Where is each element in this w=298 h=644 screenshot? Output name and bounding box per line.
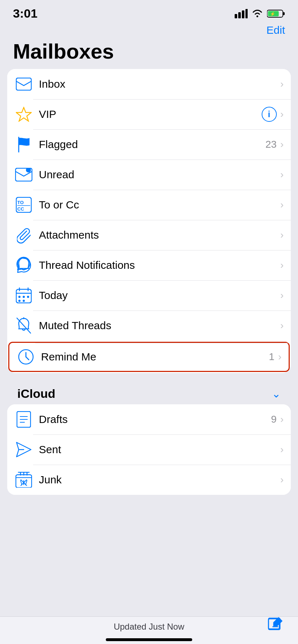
mailbox-list: Inbox › VIP i › Flagged 23 › (7, 69, 291, 373)
svg-text:TO: TO (17, 200, 24, 205)
muted-threads-icon (14, 316, 33, 335)
junk-chevron: › (280, 474, 284, 486)
sent-icon (14, 440, 33, 459)
signal-icon (235, 9, 248, 18)
flagged-badge: 23 (266, 139, 277, 150)
drafts-badge: 9 (271, 414, 277, 425)
vip-label: VIP (39, 108, 262, 120)
attachments-chevron: › (280, 229, 284, 241)
mailbox-item-vip[interactable]: VIP i › (7, 99, 291, 129)
mailbox-item-to-or-cc[interactable]: TO CC To or Cc › (7, 190, 291, 220)
svg-rect-6 (283, 12, 285, 15)
junk-icon (14, 470, 33, 489)
svg-rect-2 (242, 10, 244, 18)
svg-marker-10 (16, 107, 31, 121)
attachments-label: Attachments (39, 229, 280, 241)
svg-rect-3 (245, 9, 248, 18)
svg-line-32 (26, 357, 29, 360)
remind-me-badge: 1 (269, 351, 275, 363)
mailbox-item-inbox[interactable]: Inbox › (7, 69, 291, 99)
icloud-header: iCloud ⌄ (7, 383, 291, 404)
flagged-icon (14, 135, 33, 154)
icloud-section: iCloud ⌄ (0, 383, 298, 404)
status-icons: ⚡ (235, 9, 285, 18)
vip-icon (14, 105, 33, 124)
svg-text:CC: CC (17, 206, 24, 212)
svg-point-4 (257, 15, 258, 17)
svg-text:⚡: ⚡ (270, 11, 275, 17)
mailbox-item-flagged[interactable]: Flagged 23 › (7, 129, 291, 160)
mailbox-item-drafts[interactable]: Drafts 9 › (7, 404, 291, 434)
mailbox-item-remind-me[interactable]: Remind Me 1 › (8, 342, 290, 372)
inbox-label: Inbox (39, 78, 280, 90)
battery-icon: ⚡ (267, 9, 285, 18)
edit-button[interactable]: Edit (266, 24, 285, 36)
junk-label: Junk (39, 474, 280, 486)
svg-rect-1 (238, 12, 241, 18)
mailbox-item-attachments[interactable]: Attachments › (7, 220, 291, 250)
thread-notifications-label: Thread Notifications (39, 259, 280, 271)
mailbox-item-thread-notifications[interactable]: Thread Notifications › (7, 250, 291, 280)
to-or-cc-chevron: › (280, 199, 284, 211)
svg-rect-0 (235, 14, 237, 18)
mailbox-item-today[interactable]: Today › (7, 280, 291, 310)
icloud-title: iCloud (17, 387, 55, 401)
flagged-chevron: › (280, 139, 284, 150)
inbox-chevron: › (280, 78, 284, 90)
svg-point-27 (23, 300, 25, 302)
status-time: 3:01 (13, 6, 37, 20)
muted-threads-label: Muted Threads (39, 319, 280, 332)
drafts-label: Drafts (39, 413, 271, 426)
today-chevron: › (280, 290, 284, 301)
drafts-chevron: › (280, 414, 284, 425)
to-or-cc-icon: TO CC (14, 196, 33, 214)
svg-point-24 (23, 296, 25, 298)
mailbox-item-junk[interactable]: Junk › (7, 465, 291, 495)
svg-point-25 (27, 296, 29, 298)
wifi-icon (251, 9, 263, 18)
home-indicator (106, 638, 192, 641)
svg-rect-9 (16, 78, 31, 90)
mailbox-item-muted-threads[interactable]: Muted Threads › (7, 310, 291, 341)
icloud-collapse-button[interactable]: ⌄ (272, 387, 281, 400)
svg-point-23 (18, 296, 21, 298)
to-or-cc-label: To or Cc (39, 199, 280, 211)
today-icon (14, 286, 33, 305)
muted-threads-chevron: › (280, 320, 284, 331)
remind-me-label: Remind Me (41, 351, 269, 363)
sent-label: Sent (39, 443, 280, 456)
today-label: Today (39, 289, 280, 302)
unread-icon (14, 165, 33, 184)
vip-info-button[interactable]: i (262, 107, 277, 122)
mailbox-item-unread[interactable]: Unread › (7, 160, 291, 190)
svg-point-26 (18, 300, 21, 302)
remind-me-chevron: › (278, 351, 281, 363)
compose-button[interactable] (266, 615, 285, 633)
status-text: Updated Just Now (13, 622, 285, 632)
flagged-label: Flagged (39, 138, 266, 151)
status-bar: 3:01 ⚡ (0, 0, 298, 24)
thread-notifications-chevron: › (280, 259, 284, 271)
mailbox-item-sent[interactable]: Sent › (7, 434, 291, 465)
inbox-icon (14, 75, 33, 93)
thread-notifications-icon (14, 256, 33, 275)
vip-chevron: › (280, 109, 284, 120)
attachments-icon (14, 226, 33, 244)
svg-point-13 (26, 168, 31, 172)
sent-chevron: › (280, 444, 284, 455)
icloud-list: Drafts 9 › Sent › (7, 404, 291, 495)
drafts-icon (14, 410, 33, 429)
unread-chevron: › (280, 169, 284, 180)
page-title: Mailboxes (0, 38, 298, 69)
unread-label: Unread (39, 169, 280, 181)
header: Edit (0, 24, 298, 38)
remind-me-icon (17, 348, 35, 366)
